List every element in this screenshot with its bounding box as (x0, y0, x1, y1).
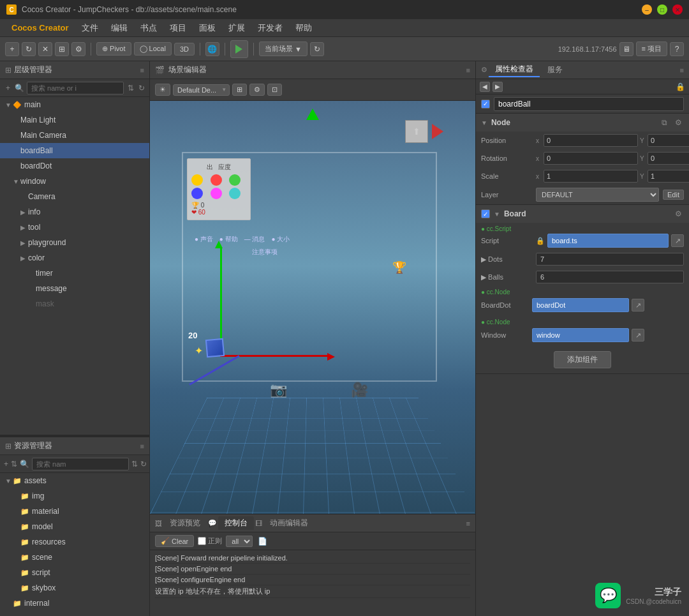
nav-right-button[interactable]: ▶ (493, 82, 503, 92)
filter-asset-icon[interactable]: ⇅ (131, 458, 138, 470)
node-name-input[interactable] (494, 97, 684, 111)
grid-icon-btn[interactable]: ⊞ (232, 84, 247, 96)
prop-menu-icon[interactable]: ≡ (680, 66, 684, 74)
scene-menu-icon[interactable]: ≡ (466, 66, 470, 74)
monitor-icon[interactable]: 🖥 (619, 42, 633, 56)
tree-item-mask[interactable]: mask (0, 296, 149, 312)
layer-select[interactable]: DEFAULT (536, 188, 659, 202)
close-button[interactable]: ✕ (672, 4, 683, 15)
close-toolbar-icon[interactable]: ✕ (38, 42, 52, 56)
refresh-asset-icon[interactable]: ↻ (140, 458, 147, 470)
help-icon[interactable]: ? (670, 42, 684, 56)
tree-item-boardball[interactable]: boardBall (0, 143, 149, 158)
add-asset-button[interactable]: + (4, 458, 8, 470)
position-x-input[interactable] (544, 134, 638, 147)
hierarchy-menu-icon[interactable]: ≡ (140, 66, 144, 74)
asset-item-assets[interactable]: ▼ 📁 assets (0, 473, 149, 488)
tree-item-timer[interactable]: timer (0, 266, 149, 281)
menu-project[interactable]: 项目 (165, 21, 191, 35)
script-link-button[interactable]: ↗ (671, 234, 684, 247)
board-checkbox[interactable] (481, 209, 490, 218)
tab-console[interactable]: 控制台 (218, 516, 254, 530)
play-button[interactable] (230, 40, 248, 58)
tree-item-tool[interactable]: ▶ tool (0, 220, 149, 235)
board-gear-icon[interactable]: ⚙ (672, 208, 684, 220)
search-asset-icon[interactable]: 🔍 (20, 458, 29, 470)
maximize-button[interactable]: □ (657, 4, 667, 15)
tree-item-playground[interactable]: ▶ playground (0, 235, 149, 250)
tree-item-camera[interactable]: Camera (0, 189, 149, 204)
new-icon[interactable]: + (5, 42, 19, 56)
tree-item-window[interactable]: ▼ window (0, 174, 149, 189)
project-button[interactable]: ≡ 项目 (636, 41, 667, 56)
refresh-icon[interactable]: ↻ (22, 42, 36, 56)
asset-menu-icon[interactable]: ≡ (140, 442, 144, 450)
asset-item-resources[interactable]: 📁 resources (0, 534, 149, 550)
3d-button[interactable]: 3D (174, 43, 195, 56)
asset-item-script[interactable]: 📁 script (0, 565, 149, 580)
sort-asset-icon[interactable]: ⇅ (11, 458, 17, 470)
nav-left-button[interactable]: ◀ (480, 82, 490, 92)
menu-file[interactable]: 文件 (77, 21, 103, 35)
asset-item-internal[interactable]: 📁 internal (0, 596, 149, 611)
asset-item-model[interactable]: 📁 model (0, 519, 149, 534)
layer-edit-button[interactable]: Edit (663, 190, 684, 200)
settings-icon[interactable]: ⚙ (71, 42, 85, 56)
local-button[interactable]: ◯ Local (134, 42, 172, 56)
add-node-button[interactable]: + (4, 82, 12, 94)
asset-item-skybox[interactable]: 📁 skybox (0, 580, 149, 596)
menu-node[interactable]: 书点 (135, 21, 162, 35)
rotation-y-input[interactable] (648, 152, 689, 165)
balls-value-input[interactable] (536, 271, 684, 283)
rotation-x-input[interactable] (544, 152, 638, 165)
refresh2-icon[interactable]: ↻ (310, 42, 324, 56)
asset-search[interactable] (32, 458, 129, 470)
tree-item-maincamera[interactable]: Main Camera (0, 128, 149, 143)
menu-edit[interactable]: 编辑 (106, 21, 133, 35)
script-name-input[interactable] (547, 234, 669, 248)
menu-extend[interactable]: 扩展 (223, 21, 250, 35)
menu-help[interactable]: 帮助 (290, 21, 317, 35)
asset-item-material[interactable]: 📁 material (0, 504, 149, 519)
tree-item-info[interactable]: ▶ info (0, 204, 149, 220)
console-menu-icon[interactable]: ≡ (466, 520, 470, 527)
scene-expand-btn[interactable]: ⊡ (267, 84, 282, 96)
position-y-input[interactable] (648, 134, 689, 147)
tab-property-inspector[interactable]: 属性检查器 (489, 63, 540, 77)
asset-item-scene[interactable]: 📁 scene (0, 550, 149, 565)
default-display-dropdown[interactable]: Default De... (173, 84, 230, 96)
scale-y-input[interactable] (648, 170, 689, 183)
scene-viewport[interactable]: 出 应度 🏆 0 ❤ 60 ● 声音 ● (150, 101, 475, 514)
scale-x-input[interactable] (544, 170, 638, 183)
tree-item-color[interactable]: ▶ color (0, 250, 149, 266)
clear-button[interactable]: 🧹 Clear (155, 535, 194, 547)
pivot-button[interactable]: ⊕ Pivot (96, 42, 131, 56)
scene-settings-btn[interactable]: ⚙ (249, 84, 265, 96)
search-icon[interactable]: 🔍 (15, 82, 24, 94)
tree-item-mainlight[interactable]: Main Light (0, 112, 149, 128)
menu-panel[interactable]: 面板 (194, 21, 221, 35)
minimize-button[interactable]: – (642, 4, 652, 15)
node-visible-checkbox[interactable] (481, 100, 490, 109)
filter-icon[interactable]: ⇅ (126, 82, 135, 94)
tab-service[interactable]: 服务 (541, 63, 569, 77)
node-gear-icon[interactable]: ⚙ (672, 117, 684, 128)
asset-item-img[interactable]: 📁 img (0, 488, 149, 504)
console-export-icon[interactable]: 📄 (256, 536, 268, 547)
tree-item-message[interactable]: message (0, 281, 149, 296)
layout-icon[interactable]: ⊞ (55, 42, 69, 56)
menu-dev[interactable]: 开发者 (253, 21, 288, 35)
boarddot-input[interactable] (532, 298, 629, 312)
sun-icon-btn[interactable]: ☀ (155, 84, 170, 96)
add-component-button[interactable]: 添加组件 (554, 351, 611, 368)
boarddot-ref-button[interactable]: ↗ (632, 299, 644, 312)
tree-item-main[interactable]: ▼ 🔶 main (0, 97, 149, 112)
tree-item-boarddot[interactable]: boardDot (0, 158, 149, 174)
dots-value-input[interactable] (536, 253, 684, 266)
regex-checkbox[interactable] (198, 537, 206, 545)
global-icon[interactable]: 🌐 (205, 42, 219, 56)
refresh-hierarchy-icon[interactable]: ↻ (137, 82, 145, 94)
window-input[interactable] (532, 328, 629, 342)
tab-asset-preview[interactable]: 资源预览 (163, 516, 207, 530)
hierarchy-search[interactable] (27, 82, 124, 94)
